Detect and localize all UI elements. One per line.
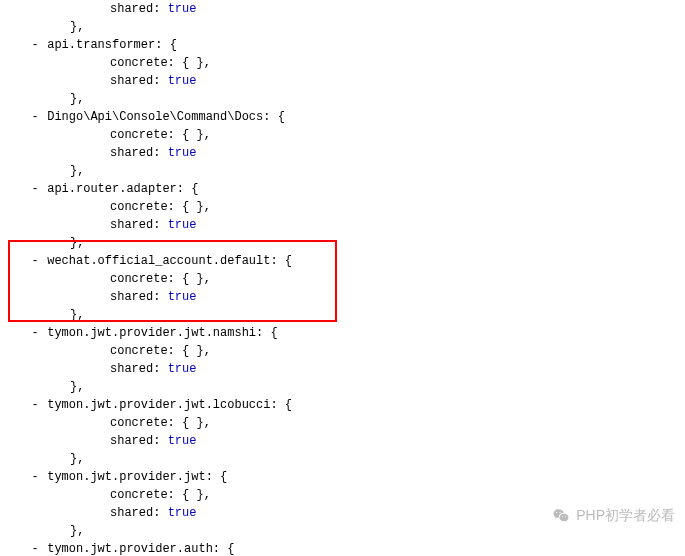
property-concrete: concrete: { }, xyxy=(10,126,675,144)
block-close: }, xyxy=(10,450,675,468)
watermark: PHP初学者必看 xyxy=(552,505,675,526)
property-concrete: concrete: { }, xyxy=(10,342,675,360)
object-key[interactable]: - tymon.jwt.provider.jwt.namshi: { xyxy=(10,324,675,342)
property-shared: shared: true xyxy=(10,360,675,378)
collapse-toggle-icon[interactable]: - xyxy=(30,396,40,414)
block-close: }, xyxy=(10,378,675,396)
block-close: }, xyxy=(10,306,675,324)
object-key[interactable]: - api.router.adapter: { xyxy=(10,180,675,198)
property-concrete: concrete: { }, xyxy=(10,486,675,504)
collapse-toggle-icon[interactable]: - xyxy=(30,252,40,270)
object-key[interactable]: - Dingo\Api\Console\Command\Docs: { xyxy=(10,108,675,126)
code-block: shared: true},- api.transformer: {concre… xyxy=(0,0,685,556)
property-concrete: concrete: { }, xyxy=(10,270,675,288)
property-shared: shared: true xyxy=(10,0,675,18)
property-shared: shared: true xyxy=(10,288,675,306)
object-key[interactable]: - tymon.jwt.provider.jwt: { xyxy=(10,468,675,486)
collapse-toggle-icon[interactable]: - xyxy=(30,468,40,486)
collapse-toggle-icon[interactable]: - xyxy=(30,324,40,342)
property-concrete: concrete: { }, xyxy=(10,414,675,432)
wechat-icon xyxy=(552,507,570,525)
collapse-toggle-icon[interactable]: - xyxy=(30,36,40,54)
object-key[interactable]: - tymon.jwt.provider.jwt.lcobucci: { xyxy=(10,396,675,414)
collapse-toggle-icon[interactable]: - xyxy=(30,540,40,556)
collapse-toggle-icon[interactable]: - xyxy=(30,180,40,198)
property-concrete: concrete: { }, xyxy=(10,54,675,72)
property-shared: shared: true xyxy=(10,432,675,450)
object-key[interactable]: - tymon.jwt.provider.auth: { xyxy=(10,540,675,556)
block-close: }, xyxy=(10,234,675,252)
block-close: }, xyxy=(10,162,675,180)
property-shared: shared: true xyxy=(10,72,675,90)
property-concrete: concrete: { }, xyxy=(10,198,675,216)
property-shared: shared: true xyxy=(10,216,675,234)
property-shared: shared: true xyxy=(10,144,675,162)
block-close: }, xyxy=(10,18,675,36)
object-key[interactable]: - wechat.official_account.default: { xyxy=(10,252,675,270)
object-key[interactable]: - api.transformer: { xyxy=(10,36,675,54)
watermark-text: PHP初学者必看 xyxy=(576,505,675,526)
collapse-toggle-icon[interactable]: - xyxy=(30,108,40,126)
block-close: }, xyxy=(10,90,675,108)
